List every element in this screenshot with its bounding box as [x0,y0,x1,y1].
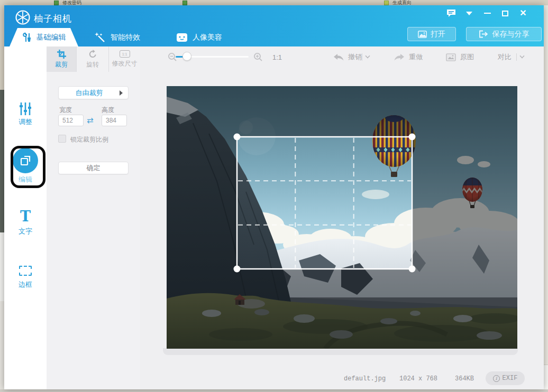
photo-stage-bar [163,348,518,355]
status-dimensions: 1024 x 768 [399,375,437,382]
desktop-background-strip: 修改密码 生成直向 [0,0,548,5]
undo-separator [362,46,362,68]
face-icon [176,33,188,42]
info-icon: i [493,375,500,382]
crop-mode-dropdown[interactable]: 自由裁剪 [58,86,129,99]
tab-portrait-beauty[interactable]: 人像美容 [176,28,245,46]
compare-button[interactable]: 对比 [498,46,512,68]
picture-icon [418,31,427,38]
height-input[interactable] [102,115,127,126]
menu-dropdown-icon[interactable] [460,6,478,21]
tab-label: 人像美容 [193,33,222,42]
zoom-ratio-button[interactable]: 1:1 [272,46,282,68]
zoom-slider-handle[interactable] [182,52,191,61]
desktop-left-strip [0,5,4,389]
sidebar: 调整 编辑 T 文字 边框 [4,46,47,389]
feedback-icon[interactable] [442,6,460,21]
undo-button[interactable]: 撤销 [333,46,362,68]
lock-ratio-label: 锁定裁剪比例 [70,135,108,144]
desktop-icon [182,1,187,5]
crop-handle-topleft[interactable] [234,134,241,141]
undo-icon [333,53,344,61]
status-filename: default.jpg [344,375,386,382]
status-bar: default.jpg 1024 x 768 364KB i EXIF [140,370,544,389]
undo-history-caret[interactable] [366,46,370,68]
panel-tab-rotate[interactable]: 旋转 [77,46,109,72]
original-image-button[interactable]: 原图 [446,46,474,68]
sidebar-item-border[interactable]: 边框 [4,266,47,290]
sidebar-item-text[interactable]: T 文字 [4,209,47,236]
tab-label: 基础编辑 [36,33,66,42]
panel-tab-label: 修改尺寸 [112,59,138,68]
panel-tabs: 裁剪 旋转 1:1 修改尺寸 [47,46,140,72]
desktop-right-strip [544,5,548,389]
desktop-icon [54,1,59,5]
sidebar-item-adjust[interactable]: 调整 [4,102,47,127]
text-tool-icon: T [4,209,47,223]
confirm-button[interactable]: 确定 [58,162,129,174]
save-share-button-label: 保存与分享 [492,30,529,39]
redo-button[interactable]: 重做 [394,46,423,68]
panel-tab-resize[interactable]: 1:1 修改尺寸 [109,46,140,72]
wrench-brush-icon [22,32,33,43]
width-input[interactable] [58,115,84,126]
panel-tab-label: 裁剪 [55,60,68,69]
zoom-in-icon[interactable] [253,46,263,68]
one-to-one-icon: 1:1 [120,50,130,58]
width-label: 宽度 [59,106,72,115]
desktop-icon [384,1,389,5]
sidebar-item-label: 调整 [4,117,47,127]
swap-dimensions-icon[interactable]: ⇄ [87,116,94,125]
height-label: 高度 [102,106,114,115]
compare-caret[interactable] [520,46,524,68]
crop-tool-panel: 裁剪 旋转 1:1 修改尺寸 自由裁剪 宽度 高度 [47,46,140,389]
highlight-annotation [11,146,45,188]
save-share-button[interactable]: 保存与分享 [466,27,542,41]
open-button[interactable]: 打开 [407,27,456,41]
maximize-button[interactable] [496,6,514,21]
app-title: 柚子相机 [34,13,72,25]
compare-separator [516,46,517,68]
tab-smart-effects[interactable]: 智能特效 [94,28,166,46]
app-window: 柚子相机 ✕ 基础编辑 [4,5,544,389]
desktop-bottom-strip [0,389,548,392]
photo-canvas[interactable] [167,86,517,349]
crop-mode-value: 自由裁剪 [59,88,120,98]
tab-label: 智能特效 [111,33,140,42]
desktop-hint-text: 修改密码 [62,0,81,5]
exif-button[interactable]: i EXIF [486,371,525,385]
rotate-icon [88,50,97,59]
title-bar: 柚子相机 ✕ 基础编辑 [4,5,544,46]
tab-basic-edit[interactable]: 基础编辑 [10,28,78,46]
panel-tab-crop[interactable]: 裁剪 [47,46,77,72]
desktop-hint-text: 生成直向 [392,0,412,5]
redo-icon [394,53,405,61]
chevron-right-icon [120,90,123,96]
crop-handle-bottomleft[interactable] [234,266,241,273]
view-toolbar: 1:1 撤销 重做 原图 对比 [140,46,544,68]
sliders-icon [19,102,32,116]
sidebar-item-label: 边框 [4,280,47,290]
frame-icon [19,266,32,276]
main-area: 1:1 撤销 重做 原图 对比 [140,46,544,389]
panel-tab-label: 旋转 [86,60,99,69]
picture-icon [446,53,456,61]
close-button[interactable]: ✕ [514,6,532,21]
export-icon [479,30,489,38]
sidebar-item-label: 文字 [4,227,47,236]
lock-ratio-checkbox[interactable] [58,135,66,143]
crop-icon [57,50,66,59]
magic-wand-icon [94,32,106,43]
exif-label: EXIF [503,375,518,382]
open-button-label: 打开 [431,30,445,39]
crop-handle-bottomright[interactable] [409,266,416,273]
app-logo-aperture-icon [15,10,31,25]
status-filesize: 364KB [455,375,474,382]
window-controls: ✕ [442,5,532,21]
minimize-button[interactable] [478,6,496,21]
crop-handle-topright[interactable] [409,134,416,141]
